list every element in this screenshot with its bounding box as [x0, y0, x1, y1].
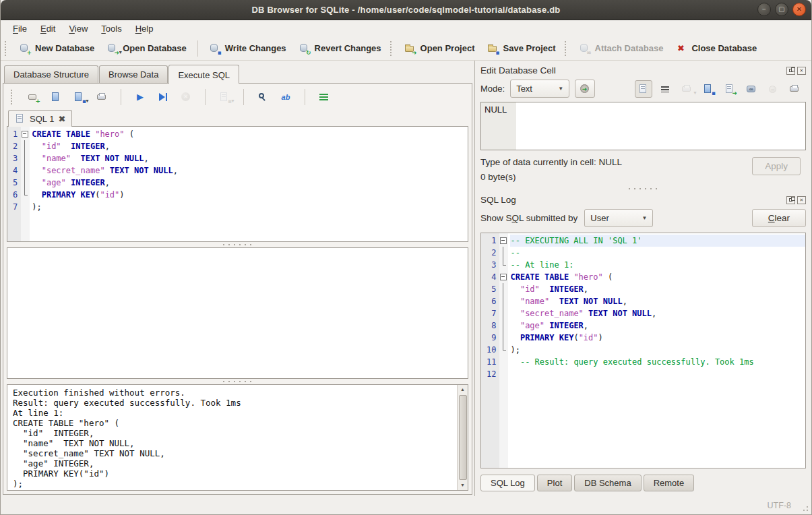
export-cell-data-button[interactable]: ▪: [699, 80, 717, 98]
splitter-handle[interactable]: [7, 242, 468, 247]
line-number: 3: [13, 152, 18, 164]
sql-editor-toolbar: +▪▼▶✕▪▼ab: [7, 86, 468, 109]
save-sql-file-button[interactable]: ▪▼: [70, 88, 88, 106]
scroll-down-icon[interactable]: ▼: [458, 481, 468, 490]
toolbar-handle[interactable]: [5, 41, 8, 56]
splitter-handle[interactable]: [7, 379, 468, 384]
line-number: 7: [13, 201, 18, 213]
log-filter-label: Show SQL submitted by: [480, 213, 577, 223]
print-button[interactable]: [93, 88, 111, 106]
code-area[interactable]: CREATE TABLE "hero" ( "id" INTEGER, "nam…: [30, 127, 468, 241]
cell-type-row: Type of data currently in cell: NULL 0 b…: [479, 150, 807, 186]
toolbar-handle[interactable]: [565, 41, 568, 56]
results-scrollbar[interactable]: ▲ ▼: [457, 385, 468, 490]
sql-document-icon: [15, 113, 26, 124]
line-number: 4: [487, 271, 496, 283]
close-database-button[interactable]: ✖Close Database: [669, 40, 763, 57]
dock-tab-plot[interactable]: Plot: [537, 475, 572, 491]
float-dock-icon[interactable]: [786, 67, 795, 75]
main-area: Database StructureBrowse DataExecute SQL…: [1, 61, 811, 496]
float-dock-icon[interactable]: [786, 196, 795, 204]
fold-marker-icon[interactable]: [499, 235, 508, 247]
code-area[interactable]: -- EXECUTING ALL IN 'SQL 1'---- At line …: [508, 233, 805, 468]
revert-changes-button[interactable]: ↻Revert Changes: [292, 40, 387, 57]
resize-grip[interactable]: [801, 504, 809, 512]
menu-edit[interactable]: Edit: [34, 22, 62, 36]
mode-select-value: Text: [516, 84, 532, 94]
print-cell-button[interactable]: [786, 80, 803, 98]
execute-all-button[interactable]: ▶: [131, 88, 149, 106]
fold-marker-icon[interactable]: [499, 271, 508, 283]
open-project-button[interactable]: ➜Open Project: [398, 40, 481, 57]
fold-marker-icon[interactable]: [21, 128, 30, 140]
chevron-down-icon: ▼: [642, 215, 647, 221]
toolbar-handle[interactable]: [11, 90, 14, 104]
tab-browse-data[interactable]: Browse Data: [99, 65, 168, 83]
open-sql-file-icon: [51, 92, 61, 102]
auto-apply-icon: ➜: [580, 84, 590, 94]
tab-database-structure[interactable]: Database Structure: [4, 65, 98, 83]
fold-margin[interactable]: [21, 127, 30, 241]
toolbar-button-label: Write Changes: [225, 43, 286, 53]
results-table-pane: [7, 247, 468, 379]
menu-file[interactable]: File: [6, 22, 34, 36]
new-sql-tab-button[interactable]: +: [24, 88, 42, 106]
apply-button: Apply: [752, 157, 801, 175]
clear-log-button[interactable]: Clear: [752, 209, 806, 227]
find-button[interactable]: [254, 88, 272, 106]
line-number: 8: [487, 320, 496, 332]
tab-execute-sql[interactable]: Execute SQL: [168, 65, 239, 84]
close-dock-icon[interactable]: ✕: [797, 67, 806, 75]
dock-tab-sql-log[interactable]: SQL Log: [480, 475, 535, 491]
scrollbar-thumb[interactable]: [459, 395, 467, 480]
code-line: "secret_name" TEXT NOT NULL,: [32, 164, 468, 177]
word-wrap-button[interactable]: [656, 80, 674, 98]
dock-tab-remote[interactable]: Remote: [644, 475, 695, 491]
execute-current-line-button[interactable]: [154, 88, 172, 106]
open-project-icon: ➜: [404, 43, 415, 54]
fold-line: [499, 283, 508, 295]
sql-log-view[interactable]: 123456789101112-- EXECUTING ALL IN 'SQL …: [480, 233, 806, 468]
fold-line: [499, 332, 508, 344]
mode-select[interactable]: Text ▼: [510, 80, 569, 98]
find-replace-button[interactable]: ab: [277, 88, 294, 106]
close-dock-icon[interactable]: ✕: [797, 196, 806, 204]
set-null-button: −: [764, 80, 782, 98]
auto-apply-button[interactable]: ➜: [575, 80, 595, 98]
open-sql-file-button[interactable]: [47, 88, 65, 106]
open-external-button[interactable]: ➜: [721, 80, 739, 98]
text-view-button[interactable]: [635, 80, 652, 98]
fold-line: [499, 307, 508, 320]
menu-tools[interactable]: Tools: [94, 22, 128, 36]
open-database-button[interactable]: ➜▼Open Database: [100, 40, 193, 57]
minimize-button[interactable]: −: [757, 3, 771, 16]
save-project-button[interactable]: ▪Save Project: [481, 40, 562, 57]
write-changes-button[interactable]: ▪Write Changes: [203, 40, 292, 57]
fold-margin[interactable]: [499, 233, 508, 468]
format-sql-button[interactable]: [315, 88, 333, 106]
line-number: 12: [487, 368, 496, 380]
sql-editor[interactable]: 1234567CREATE TABLE "hero" ( "id" INTEGE…: [7, 126, 468, 242]
toolbar-handle[interactable]: [390, 41, 394, 56]
menu-help[interactable]: Help: [129, 22, 160, 36]
maximize-button[interactable]: ▢: [775, 3, 788, 16]
scroll-up-icon[interactable]: ▲: [458, 385, 468, 394]
fold-line: [499, 368, 508, 380]
save-sql-file-icon: ▪▼: [73, 92, 84, 102]
close-database-icon: ✖: [675, 43, 686, 54]
close-button[interactable]: ✕: [792, 3, 806, 16]
sql-1-tab[interactable]: SQL 1 ✖: [8, 110, 72, 127]
execution-message-pane: Execution finished without errors. Resul…: [7, 384, 468, 491]
log-filter-select[interactable]: User ▼: [584, 209, 653, 227]
cell-value-editor[interactable]: NULL: [480, 102, 806, 150]
dock-splitter-handle[interactable]: [479, 186, 807, 191]
sql-subtabs: SQL 1 ✖: [7, 109, 468, 126]
print-icon: [96, 92, 107, 102]
link-cell-button[interactable]: ∞: [743, 80, 760, 98]
new-database-button[interactable]: +New Database: [13, 40, 100, 57]
dock-tab-db-schema[interactable]: DB Schema: [574, 475, 641, 491]
close-tab-icon[interactable]: ✖: [58, 114, 65, 124]
menu-view[interactable]: View: [62, 22, 94, 36]
titlebar[interactable]: DB Browser for SQLite - /home/user/code/…: [1, 0, 811, 20]
toolbar-separator: [121, 89, 121, 105]
